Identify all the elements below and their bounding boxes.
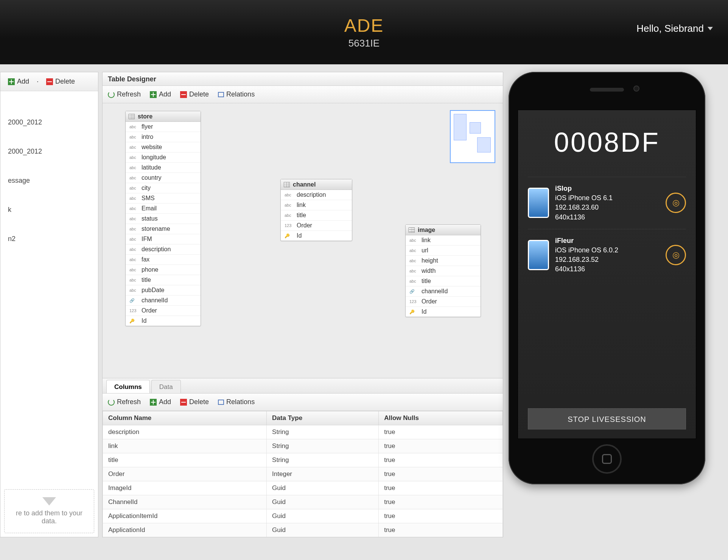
columns-grid[interactable]: Column Name Data Type Allow Nulls descri… xyxy=(103,411,503,537)
device-info: iSlop iOS iPhone OS 6.1 192.168.23.60 64… xyxy=(555,184,660,222)
home-button[interactable] xyxy=(592,444,622,474)
left-delete-label: Delete xyxy=(55,78,75,86)
tree-item[interactable]: k xyxy=(8,206,90,214)
entity-field[interactable]: abctitle xyxy=(406,276,481,286)
entity-field[interactable]: abcflyer xyxy=(126,122,201,132)
entity-field[interactable]: abcheight xyxy=(406,256,481,266)
plus-icon xyxy=(150,91,157,98)
table-icon xyxy=(284,182,290,187)
minimap[interactable] xyxy=(450,110,495,163)
device-row[interactable]: iSlop iOS iPhone OS 6.1 192.168.23.60 64… xyxy=(528,177,686,229)
lock-badge-icon[interactable]: ◎ xyxy=(666,245,686,265)
tree-item[interactable]: essage xyxy=(8,177,90,185)
tab-data[interactable]: Data xyxy=(151,380,181,393)
table-row[interactable]: OrderIntegertrue xyxy=(103,467,503,481)
entity-field[interactable]: abcstorename xyxy=(126,224,201,234)
entity-field[interactable]: 🔑Id xyxy=(126,316,201,326)
entity-field[interactable]: abcIFM xyxy=(126,234,201,244)
device-thumb-icon xyxy=(528,240,549,270)
entity-image[interactable]: image abclinkabcurlabcheightabcwidthabct… xyxy=(405,224,481,317)
device-thumb-icon xyxy=(528,188,549,218)
entity-field[interactable]: 🔑Id xyxy=(281,231,352,241)
detail-refresh-button[interactable]: Refresh xyxy=(108,398,141,406)
drop-hint-text: re to add them to your data. xyxy=(16,509,82,525)
tree-item[interactable]: 2000_2012 xyxy=(8,118,90,126)
refresh-icon xyxy=(108,91,115,98)
schema-canvas[interactable]: store abcflyerabcintroabcwebsiteabclongi… xyxy=(103,103,503,378)
entity-field[interactable]: 🔑Id xyxy=(406,307,481,317)
camera-icon xyxy=(633,86,639,92)
user-menu[interactable]: Hello, Siebrand xyxy=(636,23,713,34)
entity-field[interactable]: 123Order xyxy=(281,221,352,231)
table-row[interactable]: ImageIdGuidtrue xyxy=(103,481,503,495)
tree-item[interactable]: 2000_2012 xyxy=(8,148,90,156)
drop-target[interactable]: re to add them to your data. xyxy=(4,489,94,533)
greeting-text: Hello, Siebrand xyxy=(636,23,704,34)
table-row[interactable]: ApplicationIdGuidtrue xyxy=(103,523,503,537)
entity-field[interactable]: abctitle xyxy=(281,210,352,221)
entity-field[interactable]: abcurl xyxy=(406,246,481,256)
entity-store[interactable]: store abcflyerabcintroabcwebsiteabclongi… xyxy=(125,111,201,326)
delete-button[interactable]: Delete xyxy=(180,90,209,98)
designer-toolbar: Refresh Add Delete Relations xyxy=(103,86,503,103)
entity-field[interactable]: abccity xyxy=(126,183,201,193)
device-row[interactable]: iFleur iOS iPhone OS 6.0.2 192.168.23.52… xyxy=(528,229,686,281)
entity-field[interactable]: abcwebsite xyxy=(126,142,201,152)
entity-field[interactable]: abclongitude xyxy=(126,152,201,163)
detail-relations-button[interactable]: Relations xyxy=(218,398,255,406)
entity-field[interactable]: abcpubDate xyxy=(126,285,201,296)
entity-field[interactable]: abclatitude xyxy=(126,163,201,173)
minus-icon xyxy=(46,78,53,85)
table-row[interactable]: descriptionStringtrue xyxy=(103,425,503,439)
left-delete-button[interactable]: Delete xyxy=(46,78,75,86)
minus-icon xyxy=(180,91,187,98)
entity-field[interactable]: abcSMS xyxy=(126,193,201,204)
entity-field[interactable]: abcstatus xyxy=(126,214,201,224)
device-info: iFleur iOS iPhone OS 6.0.2 192.168.23.52… xyxy=(555,236,660,274)
left-add-button[interactable]: Add xyxy=(8,78,29,86)
stop-session-button[interactable]: STOP LIVESESSION xyxy=(528,408,686,429)
chevron-down-icon xyxy=(708,27,713,30)
detail-delete-button[interactable]: Delete xyxy=(180,398,209,406)
entity-field[interactable]: abclink xyxy=(281,200,352,210)
entity-field[interactable]: abcdescription xyxy=(281,190,352,200)
entity-field[interactable]: 🔗channelId xyxy=(126,296,201,306)
entity-field[interactable]: abcfax xyxy=(126,255,201,265)
minus-icon xyxy=(180,399,187,406)
add-button[interactable]: Add xyxy=(150,90,171,98)
entity-field[interactable]: abcintro xyxy=(126,132,201,142)
table-row[interactable]: titleStringtrue xyxy=(103,453,503,467)
entity-field[interactable]: abcphone xyxy=(126,265,201,275)
tree-item[interactable]: n2 xyxy=(8,235,90,243)
entity-field[interactable]: 123Order xyxy=(126,306,201,316)
relations-button[interactable]: Relations xyxy=(218,90,255,98)
detail-toolbar: Refresh Add Delete Relations xyxy=(103,394,503,411)
entity-field[interactable]: abctitle xyxy=(126,275,201,285)
col-header-type[interactable]: Data Type xyxy=(267,411,379,425)
entity-field[interactable]: 🔗channelId xyxy=(406,286,481,297)
panel-title: Table Designer xyxy=(103,72,503,86)
lock-badge-icon[interactable]: ◎ xyxy=(666,193,686,213)
col-header-name[interactable]: Column Name xyxy=(103,411,267,425)
entity-field[interactable]: abcdescription xyxy=(126,244,201,255)
entity-field[interactable]: abccountry xyxy=(126,173,201,183)
entity-title: image xyxy=(418,227,435,233)
tab-columns[interactable]: Columns xyxy=(106,380,150,393)
col-header-nulls[interactable]: Allow Nulls xyxy=(379,411,503,425)
table-row[interactable]: ApplicationItemIdGuidtrue xyxy=(103,509,503,523)
detail-add-button[interactable]: Add xyxy=(150,398,171,406)
arrow-down-icon xyxy=(42,497,56,506)
left-add-label: Add xyxy=(17,78,29,86)
entity-field[interactable]: abcEmail xyxy=(126,204,201,214)
entity-channel[interactable]: channel abcdescriptionabclinkabctitle123… xyxy=(280,179,352,241)
phone-preview: 0008DF iSlop iOS iPhone OS 6.1 192.168.2… xyxy=(509,72,705,484)
entity-field[interactable]: abcwidth xyxy=(406,266,481,276)
plus-icon xyxy=(150,399,157,406)
refresh-button[interactable]: Refresh xyxy=(108,90,141,98)
entity-field[interactable]: 123Order xyxy=(406,297,481,307)
entity-title: channel xyxy=(293,181,316,188)
table-row[interactable]: ChannelIdGuidtrue xyxy=(103,495,503,509)
entity-field[interactable]: abclink xyxy=(406,235,481,246)
table-row[interactable]: linkStringtrue xyxy=(103,439,503,453)
left-panel: Add · Delete 2000_2012 2000_2012 essage … xyxy=(0,72,98,537)
